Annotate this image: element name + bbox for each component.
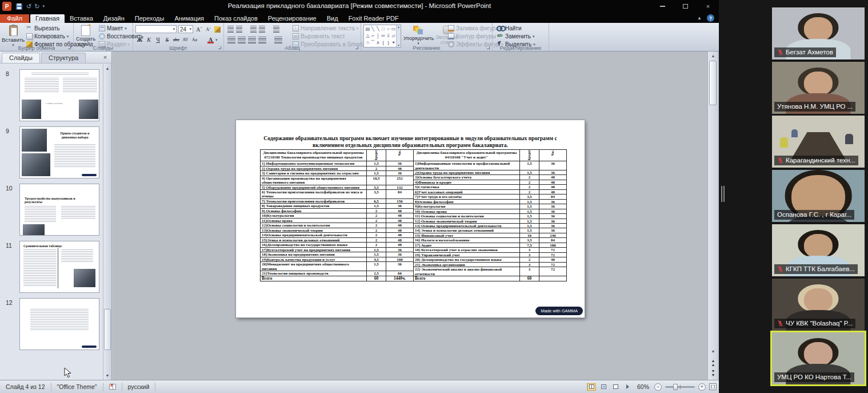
zoom-slider-thumb[interactable] xyxy=(673,384,678,390)
ribbon-tab-7[interactable]: Рецензирование xyxy=(263,14,322,23)
align-right-icon[interactable] xyxy=(248,37,256,43)
current-slide[interactable]: Содержание образовательных программ вклю… xyxy=(236,120,585,317)
ribbon-button[interactable]: Направление текста▾ xyxy=(291,25,371,32)
panel-scroll-down-icon[interactable]: ▼ xyxy=(103,372,111,379)
font-style-button-1[interactable]: К xyxy=(145,35,153,43)
font-style-button-6[interactable]: Aa xyxy=(190,35,199,43)
font-color-button[interactable]: А xyxy=(206,35,215,43)
font-size-combo[interactable]: 24▾ xyxy=(178,25,193,33)
ribbon-tab-1[interactable]: Главная xyxy=(30,14,65,23)
drawing-dialog-launcher[interactable] xyxy=(486,46,491,50)
ribbon-button[interactable]: Заменить▾ xyxy=(496,33,537,40)
participant-tile-0[interactable]: Бегзат Ахметов xyxy=(772,7,865,59)
panel-scroll-thumb[interactable] xyxy=(104,309,111,350)
shape-gallery-scrollbar[interactable]: ▲▼ xyxy=(396,25,401,47)
slide-thumbnail-12[interactable]: 12 xyxy=(19,298,99,350)
clear-formatting-icon[interactable] xyxy=(214,26,221,33)
shape-icon[interactable]: ⇩ xyxy=(386,33,390,39)
increase-indent-icon[interactable] xyxy=(259,26,265,33)
slideshow-view-button[interactable] xyxy=(623,383,632,391)
align-left-icon[interactable] xyxy=(227,37,235,43)
ribbon-tab-6[interactable]: Показ слайдов xyxy=(209,14,263,23)
font-style-button-3[interactable]: S xyxy=(163,35,171,43)
font-style-button-5[interactable]: AV xyxy=(181,35,190,43)
ribbon-button[interactable]: Найти xyxy=(496,25,537,32)
scroll-up-icon[interactable]: ▲ xyxy=(709,52,717,59)
shape-icon[interactable]: ▤ xyxy=(366,26,370,32)
zoom-out-button[interactable]: − xyxy=(654,383,662,391)
slide-thumbnail-10[interactable]: 10Трудоустройство выпускников и результа… xyxy=(19,184,99,236)
ribbon-button[interactable]: Выровнять текст xyxy=(291,33,371,40)
ribbon-tab-8[interactable]: Вид xyxy=(322,14,343,23)
close-button[interactable]: × xyxy=(701,2,715,11)
paragraph-dialog-launcher[interactable] xyxy=(355,46,359,50)
panel-close-icon[interactable]: × xyxy=(101,54,109,61)
slide-sorter-view-button[interactable] xyxy=(599,383,608,391)
language-indicator[interactable]: русский xyxy=(122,383,156,391)
justify-icon[interactable] xyxy=(258,37,266,43)
maximize-button[interactable] xyxy=(678,2,693,11)
shape-icon[interactable]: ○ xyxy=(387,26,390,32)
sidebar-drag-handle[interactable] xyxy=(721,186,725,202)
participant-tile-4[interactable]: КГКП ТТК Балгабаев... xyxy=(772,224,865,276)
align-center-icon[interactable] xyxy=(238,37,246,43)
zoom-level[interactable]: 60% xyxy=(637,383,649,390)
shrink-font-button[interactable]: A˘ xyxy=(204,25,213,33)
participant-tile-5[interactable]: ЧУ КВК "Bolashaq" Р... xyxy=(772,279,865,331)
font-style-button-0[interactable]: Ж xyxy=(135,35,144,43)
tab-slides[interactable]: Слайды xyxy=(2,53,40,63)
shape-icon[interactable]: △ xyxy=(366,33,369,39)
columns-icon[interactable] xyxy=(274,37,282,43)
grow-font-button[interactable]: A´ xyxy=(195,25,203,33)
font-style-button-2[interactable]: Ч xyxy=(154,35,162,43)
font-color-arrow[interactable]: ▾ xyxy=(215,38,218,42)
fit-to-window-button[interactable] xyxy=(709,383,717,390)
panel-scroll-up-icon[interactable]: ▲ xyxy=(103,65,111,72)
shape-icon[interactable]: ▭ xyxy=(391,26,396,32)
tab-outline[interactable]: Структура xyxy=(41,53,86,63)
scroll-thumb[interactable] xyxy=(709,61,717,105)
ribbon-tab-5[interactable]: Анимация xyxy=(169,14,209,23)
ribbon-tab-0[interactable]: Файл xyxy=(0,14,29,23)
bullets-icon[interactable] xyxy=(227,26,234,33)
panel-scrollbar[interactable]: ▲ ▼ xyxy=(103,64,111,380)
previous-slide-button[interactable]: ▲▲ xyxy=(709,358,717,366)
participant-tile-2[interactable]: Карагандинский техн... xyxy=(772,116,865,168)
clipboard-dialog-launcher[interactable] xyxy=(67,46,72,50)
shape-icon[interactable]: ╲ xyxy=(377,26,379,32)
font-name-combo[interactable]: ▾ xyxy=(135,25,177,33)
shape-icon[interactable]: ▱ xyxy=(391,33,395,39)
zoom-in-button[interactable]: + xyxy=(698,383,706,391)
participant-tile-1[interactable]: Утянова Н.М. УМЦ РО ... xyxy=(772,62,865,114)
ribbon-tab-4[interactable]: Переходы xyxy=(130,14,170,23)
shape-icon[interactable]: ⌡ xyxy=(377,33,379,39)
numbering-icon[interactable] xyxy=(236,26,242,33)
shape-icon[interactable]: ⇨ xyxy=(381,33,385,39)
participant-tile-6[interactable]: УМЦ РО КО Нартова Т... xyxy=(772,332,865,384)
slide-thumbnail-9[interactable]: 9Прием студентов и динамика набора xyxy=(19,126,99,178)
reading-view-button[interactable] xyxy=(611,383,620,391)
minimize-button[interactable] xyxy=(655,2,670,11)
vertical-scrollbar[interactable]: ▲ ▼ ▲▲ ▼▼ xyxy=(707,51,718,380)
ribbon-tab-9[interactable]: Foxit Reader PDF xyxy=(343,14,404,23)
normal-view-button[interactable] xyxy=(587,383,596,391)
decrease-indent-icon[interactable] xyxy=(250,26,257,33)
theme-name[interactable]: "Office Theme" xyxy=(51,383,103,391)
slide-thumbnail-8[interactable]: 8⌂ обмен опытом xyxy=(19,69,99,121)
next-slide-button[interactable]: ▼▼ xyxy=(709,368,717,376)
help-icon[interactable]: ? xyxy=(707,14,714,22)
scroll-down-icon[interactable]: ▼ xyxy=(709,348,717,355)
font-dialog-launcher[interactable] xyxy=(218,46,222,50)
spellcheck-status[interactable] xyxy=(103,383,122,391)
ribbon-tab-2[interactable]: Вставка xyxy=(65,14,98,23)
minimize-ribbon-icon[interactable]: ▲ xyxy=(697,15,702,21)
shape-icon[interactable]: ╲ xyxy=(371,26,374,32)
font-style-button-4[interactable]: abc xyxy=(172,35,181,43)
ribbon-tab-3[interactable]: Дизайн xyxy=(98,14,130,23)
shape-icon[interactable]: ⌐ xyxy=(371,33,374,39)
participant-tile-3[interactable]: Оспанова Г.С. , г Караг... xyxy=(772,170,865,222)
line-spacing-icon[interactable] xyxy=(273,26,279,33)
shape-gallery[interactable]: ▲▼ ▤╲╲□○▭△⌐⌡⇨⇩▱☆⌒∧{}✶ xyxy=(363,25,401,47)
shape-icon[interactable]: □ xyxy=(382,26,385,32)
zoom-slider[interactable] xyxy=(665,386,695,388)
